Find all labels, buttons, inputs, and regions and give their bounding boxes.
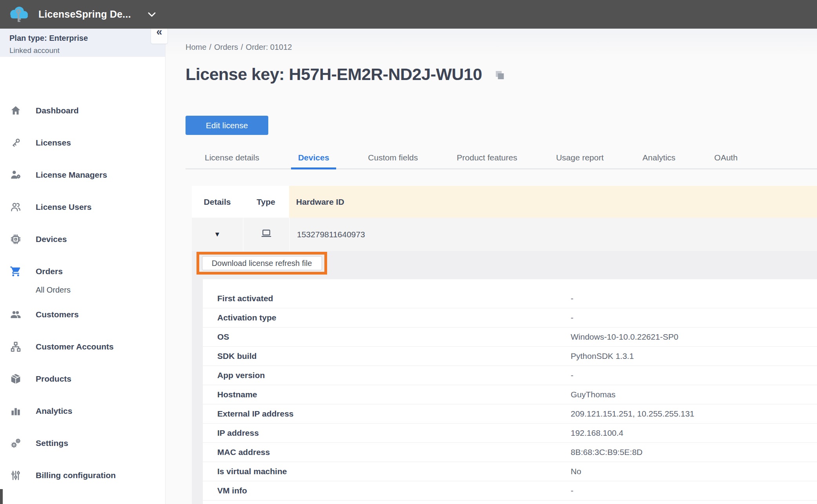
column-header-details: Details xyxy=(192,186,243,218)
users-icon xyxy=(10,201,22,213)
detail-row: OS Windows-10-10.0.22621-SP0 xyxy=(203,328,817,347)
detail-label: OS xyxy=(203,332,571,342)
key-icon xyxy=(10,137,22,149)
detail-row: First activated - xyxy=(203,289,817,308)
device-details-panel: First activated - Activation type - OS W… xyxy=(203,279,817,504)
detail-row: MAC address 8B:68:3C:B9:5E:8D xyxy=(203,443,817,462)
detail-label: MAC address xyxy=(203,448,571,457)
detail-value: PythonSDK 1.3.1 xyxy=(571,351,817,361)
detail-value: 209.121.151.251, 10.255.255.131 xyxy=(571,409,817,418)
tab-custom-fields[interactable]: Custom fields xyxy=(368,147,418,168)
page-title: License key: H57H-EM2R-ND2J-WU10 xyxy=(186,65,482,84)
detail-row: Activation type - xyxy=(203,308,817,328)
tab-analytics[interactable]: Analytics xyxy=(642,147,675,168)
detail-value: - xyxy=(571,313,817,322)
detail-label: App version xyxy=(203,371,571,380)
highlight-annotation-box: Download license refresh file xyxy=(197,252,327,275)
detail-row: SDK build PythonSDK 1.3.1 xyxy=(203,347,817,366)
sidebar-item-devices[interactable]: Devices xyxy=(0,223,165,255)
tab-oauth[interactable]: OAuth xyxy=(714,147,738,168)
detail-row: IP address 192.168.100.4 xyxy=(203,424,817,443)
breadcrumb-orders[interactable]: Orders xyxy=(214,43,238,51)
detail-value: 8B:68:3C:B9:5E:8D xyxy=(571,448,817,457)
license-tabs: License details Devices Custom fields Pr… xyxy=(186,147,817,169)
gears-icon xyxy=(10,437,22,449)
sidebar-item-analytics[interactable]: Analytics xyxy=(0,395,165,427)
sidebar-item-license-managers[interactable]: License Managers xyxy=(0,159,165,191)
detail-row: Is virtual machine No xyxy=(203,462,817,481)
people-icon xyxy=(10,309,22,320)
download-license-refresh-file-button[interactable]: Download license refresh file xyxy=(202,256,322,270)
edit-license-button[interactable]: Edit license xyxy=(186,116,268,135)
sidebar-item-all-orders[interactable]: All Orders xyxy=(0,281,165,298)
sidebar-scrollbar-thumb[interactable] xyxy=(0,489,3,504)
devices-table: Details Type Hardware ID ▼ 1532798116409… xyxy=(192,186,817,251)
top-app-bar: LicenseSpring De... xyxy=(0,0,817,29)
sidebar-item-dashboard[interactable]: Dashboard xyxy=(0,95,165,127)
detail-value: No xyxy=(571,467,817,476)
bar-chart-icon xyxy=(10,405,22,417)
breadcrumb-separator: / xyxy=(209,43,211,51)
user-gear-icon xyxy=(10,169,22,181)
chevron-down-icon[interactable] xyxy=(147,12,156,17)
home-icon xyxy=(10,105,22,116)
laptop-icon xyxy=(260,228,272,241)
cart-icon xyxy=(10,266,22,277)
detail-row: VM info - xyxy=(203,481,817,500)
detail-value: - xyxy=(571,371,817,380)
sidebar-item-licenses[interactable]: Licenses xyxy=(0,127,165,159)
linked-account-label: Linked account xyxy=(9,44,165,56)
detail-label: External IP address xyxy=(203,409,571,418)
sidebar-item-customer-accounts[interactable]: Customer Accounts xyxy=(0,331,165,363)
hierarchy-icon xyxy=(10,341,22,353)
sidebar-item-products[interactable]: Products xyxy=(0,363,165,395)
device-expanded-area: Download license refresh file First acti… xyxy=(192,251,817,504)
sliders-icon xyxy=(10,469,22,481)
account-switcher-title[interactable]: LicenseSpring De... xyxy=(38,9,131,20)
detail-label: First activated xyxy=(203,294,571,303)
tab-devices[interactable]: Devices xyxy=(298,147,329,168)
detail-label: VM info xyxy=(203,486,571,495)
breadcrumb-current: Order: 01012 xyxy=(246,43,292,51)
detail-label: IP address xyxy=(203,428,571,438)
tab-product-features[interactable]: Product features xyxy=(457,147,517,168)
detail-row: App version - xyxy=(203,366,817,385)
detail-row: Hostname GuyThomas xyxy=(203,385,817,404)
column-header-type: Type xyxy=(243,186,289,218)
hardware-id-value: 153279811640973 xyxy=(289,218,817,251)
detail-value: 192.168.100.4 xyxy=(571,428,817,438)
sidebar-item-customers[interactable]: Customers xyxy=(0,298,165,331)
tab-usage-report[interactable]: Usage report xyxy=(556,147,604,168)
sidebar-item-license-users[interactable]: License Users xyxy=(0,191,165,223)
detail-value: - xyxy=(571,294,817,303)
tab-license-details[interactable]: License details xyxy=(205,147,259,168)
plan-type-label: Plan type: Enterprise xyxy=(9,32,165,44)
detail-label: Hostname xyxy=(203,390,571,399)
devices-table-header: Details Type Hardware ID xyxy=(192,186,817,218)
row-expander-icon[interactable]: ▼ xyxy=(214,231,221,238)
box-icon xyxy=(10,373,22,385)
detail-row: External IP address 209.121.151.251, 10.… xyxy=(203,404,817,424)
cloud-key-logo-icon xyxy=(8,5,30,24)
breadcrumb: Home/Orders/Order: 01012 xyxy=(186,43,292,52)
plan-block: Plan type: Enterprise Linked account xyxy=(0,29,165,57)
detail-value: GuyThomas xyxy=(571,390,817,399)
device-row: ▼ 153279811640973 xyxy=(192,218,817,251)
sidebar-item-billing-configuration[interactable]: Billing configuration xyxy=(0,459,165,491)
column-header-hardware-id: Hardware ID xyxy=(289,186,817,218)
detail-value: Windows-10-10.0.22621-SP0 xyxy=(571,332,817,342)
detail-value: - xyxy=(571,486,817,495)
breadcrumb-separator: / xyxy=(241,43,243,51)
sidebar-nav: Dashboard Licenses License Managers xyxy=(0,57,165,491)
main-content: Home/Orders/Order: 01012 License key: H5… xyxy=(166,29,817,504)
copy-icon[interactable] xyxy=(494,69,506,83)
chip-icon xyxy=(10,233,22,245)
sidebar-item-settings[interactable]: Settings xyxy=(0,427,165,459)
detail-label: Is virtual machine xyxy=(203,467,571,476)
detail-label: SDK build xyxy=(203,351,571,361)
detail-label: Activation type xyxy=(203,313,571,322)
sidebar: Plan type: Enterprise Linked account Das… xyxy=(0,29,166,504)
breadcrumb-home[interactable]: Home xyxy=(186,43,206,51)
